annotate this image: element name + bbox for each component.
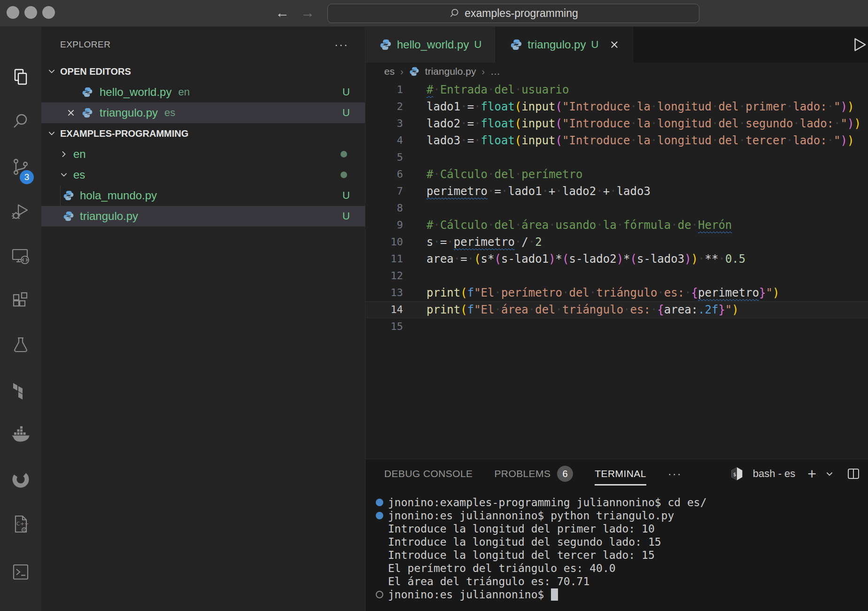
breadcrumb-item[interactable]: … [490, 66, 500, 77]
activity-edge-tools-icon[interactable] [10, 469, 31, 490]
activity-remote-explorer-icon[interactable] [10, 246, 31, 266]
code-token: "Introduce·la·longitud·del·tercer·lado:·… [562, 134, 840, 147]
section-label: EXAMPLES-PROGRAMMING [60, 128, 188, 139]
tab-hello_world.py[interactable]: hello_world.pyU [365, 27, 496, 63]
code-line[interactable]: 6#·Cálculo·del·perímetro [365, 166, 868, 183]
terminal-dropdown-chevron-icon[interactable] [825, 469, 834, 478]
terminal-text: jnonino:es juliannonino$ [388, 588, 550, 601]
panel-tab-terminal[interactable]: TERMINAL [595, 468, 646, 479]
open-editor-item[interactable]: hello_world.pyenU [41, 82, 365, 102]
activity-search-icon[interactable] [10, 111, 31, 132]
run-python-file-button[interactable] [849, 35, 868, 54]
activity-more-icon[interactable] [10, 608, 31, 611]
open-editor-item[interactable]: triangulo.pyesU [41, 102, 365, 123]
code-token: ·=·lado1·+·lado2·+·lado3 [488, 185, 651, 198]
activity-extensions-icon[interactable] [10, 290, 31, 311]
terminal-output[interactable]: jnonino:examples-programming juliannonin… [365, 496, 868, 601]
panel-tab-label: PROBLEMS [494, 468, 550, 479]
activity-docker-icon[interactable] [10, 424, 31, 445]
terminal-text: El perímetro del triángulo es: 40.0 [388, 562, 616, 575]
line-number[interactable]: 9 [365, 217, 403, 234]
line-number[interactable]: 3 [365, 115, 403, 132]
code-line[interactable]: 8 [365, 200, 868, 217]
code-line[interactable]: 15 [365, 318, 868, 335]
tree-folder-row[interactable]: es [41, 164, 365, 185]
tree-file-row[interactable]: hola_mundo.pyU [41, 185, 365, 206]
code-line[interactable]: 13print(f"El·perímetro·del·triángulo·es:… [365, 284, 868, 301]
line-number[interactable]: 15 [365, 318, 403, 335]
code-line[interactable]: 2lado1·=·float(input("Introduce·la·longi… [365, 98, 868, 115]
whitespace-dot: · [460, 100, 467, 113]
command-center-search[interactable]: examples-programming [327, 4, 699, 23]
activity-terraform-icon[interactable] [10, 380, 31, 400]
code-editor[interactable]: 1#·Entrada·del·usuario2lado1·=·float(inp… [365, 80, 868, 459]
terminal-line: Introduce la longitud del segundo lado: … [376, 535, 868, 548]
workspace-header[interactable]: EXAMPLES-PROGRAMMING [41, 123, 365, 144]
code-token: ) [617, 252, 623, 266]
line-number[interactable]: 10 [365, 234, 403, 251]
line-number[interactable]: 1 [365, 81, 403, 98]
breadcrumb-item[interactable]: es [384, 66, 395, 77]
whitespace-dot: · [433, 83, 440, 96]
git-status-badge: U [342, 86, 350, 98]
code-line[interactable]: 5 [365, 149, 868, 166]
open-editors-header[interactable]: OPEN EDITORS [41, 61, 365, 82]
back-arrow-icon[interactable]: ← [275, 5, 289, 21]
code-line[interactable]: 12 [365, 267, 868, 284]
line-number[interactable]: 7 [365, 183, 403, 200]
whitespace-dot: · [651, 117, 657, 130]
whitespace-dot: · [562, 286, 569, 299]
breadcrumb-item[interactable]: triangulo.py [425, 66, 476, 77]
line-number[interactable]: 4 [365, 132, 403, 149]
split-terminal-icon[interactable] [846, 467, 860, 481]
code-line[interactable]: 14print(f"El·área·del·triángulo·es:·{are… [365, 301, 868, 318]
activity-run-debug-icon[interactable] [10, 201, 31, 222]
activity-explorer-icon[interactable] [10, 67, 31, 87]
explorer-more-actions-icon[interactable]: ··· [334, 38, 349, 51]
activity-terminal-icon[interactable] [10, 562, 31, 582]
whitespace-dot: · [657, 286, 664, 299]
line-number[interactable]: 2 [365, 98, 403, 115]
whitespace-dot: · [651, 303, 657, 316]
panel-tab-problems[interactable]: PROBLEMS6 [494, 466, 573, 482]
code-line[interactable]: 9#·Cálculo·del·área·usando·la·fórmula·de… [365, 217, 868, 234]
whitespace-dot: · [712, 100, 718, 113]
command-pending-decoration [376, 591, 388, 598]
line-number[interactable]: 8 [365, 200, 403, 217]
line-number[interactable]: 6 [365, 166, 403, 183]
code-line[interactable]: 11area·=·(s*(s-lado1)*(s-lado2)*(s-lado3… [365, 251, 868, 267]
code-token: float [481, 100, 515, 113]
code-line[interactable]: 4lado3·=·float(input("Introduce·la·longi… [365, 132, 868, 149]
panel-more-actions-icon[interactable]: ··· [668, 467, 682, 480]
activity-cmake-tools-icon[interactable]: C++ ⚙ [10, 514, 31, 534]
line-number[interactable]: 5 [365, 149, 403, 166]
code-line-content: perimetro·=·lado1·+·lado2·+·lado3 [426, 183, 651, 200]
code-line[interactable]: 3lado2·=·float(input("Introduce·la·longi… [365, 115, 868, 132]
tree-file-row[interactable]: triangulo.pyU [41, 206, 365, 227]
code-token: ( [556, 134, 562, 147]
line-number[interactable]: 11 [365, 251, 403, 267]
line-number[interactable]: 12 [365, 267, 403, 284]
panel-tab-debug-console[interactable]: DEBUG CONSOLE [384, 468, 473, 479]
code-line[interactable]: 1#·Entrada·del·usuario [365, 81, 868, 98]
new-terminal-button[interactable]: + [807, 465, 816, 483]
code-token: "El·perímetro·del·triángulo·es:· [474, 286, 691, 299]
tree-folder-row[interactable]: en [41, 144, 365, 164]
whitespace-dot: · [596, 219, 603, 232]
code-line[interactable]: 10s·=·perimetro·/·2 [365, 234, 868, 251]
panel-tab-label: TERMINAL [595, 468, 646, 479]
traffic-light-close-button[interactable] [7, 6, 19, 19]
tab-dirty-badge: U [591, 39, 598, 51]
tab-triangulo.py[interactable]: triangulo.pyU [496, 27, 634, 63]
activity-testing-icon[interactable] [10, 335, 31, 356]
code-line[interactable]: 7perimetro·=·lado1·+·lado2·+·lado3 [365, 183, 868, 200]
whitespace-dot: · [739, 117, 745, 130]
line-number[interactable]: 14 [365, 301, 403, 318]
terminal-shell-label[interactable]: bash - es [753, 468, 796, 480]
forward-arrow-icon[interactable]: → [301, 5, 315, 21]
traffic-light-zoom-button[interactable] [42, 6, 55, 19]
close-icon[interactable] [609, 39, 620, 50]
line-number[interactable]: 13 [365, 284, 403, 301]
traffic-light-minimize-button[interactable] [24, 6, 37, 19]
close-icon[interactable] [65, 108, 77, 118]
